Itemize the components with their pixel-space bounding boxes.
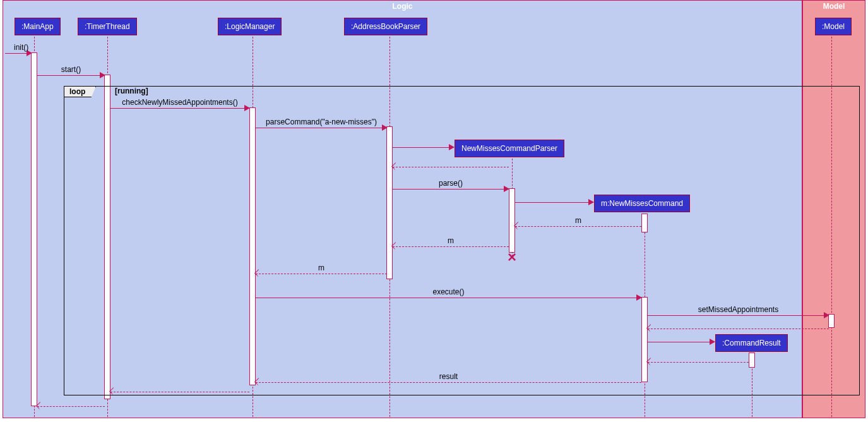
msg-return-cmdresult: [648, 354, 749, 365]
participant-timer: :TimerThread: [78, 18, 137, 35]
msg-create-cmdresult: [648, 334, 715, 344]
loop-guard: [running]: [115, 87, 148, 95]
msg-return-m1: m: [515, 219, 641, 229]
logic-frame-title: Logic: [388, 1, 418, 12]
msg-return-nmparser: [393, 159, 509, 169]
participant-abparser: :AddressBookParser: [344, 18, 427, 35]
msg-return-setmissed: [648, 321, 829, 331]
msg-create-nmcmd: [515, 195, 593, 205]
msg-return-result: result: [256, 375, 641, 385]
msg-init: init(): [5, 45, 32, 56]
msg-create-nmparser: [393, 140, 454, 150]
participant-mainapp: :MainApp: [15, 18, 61, 35]
msg-return-mainapp: [37, 399, 105, 409]
msg-execute: execute(): [256, 290, 641, 300]
msg-start: start(): [37, 68, 105, 78]
activation-mainapp: [31, 52, 37, 406]
msg-parsecmd: parseCommand("a-new-misses"): [256, 120, 387, 130]
msg-setmissed: setMissedAppointments: [648, 308, 829, 318]
msg-check: checkNewlyMissedAppointments(): [110, 100, 249, 111]
model-frame-title: Model: [818, 1, 850, 12]
msg-return-m2: m: [393, 239, 509, 249]
participant-model: :Model: [815, 18, 852, 35]
msg-return-timer: [110, 384, 249, 394]
msg-return-m3: m: [256, 266, 387, 276]
msg-parse: parse(): [393, 181, 509, 191]
participant-logicmgr: :LogicManager: [218, 18, 282, 35]
loop-label: loop: [64, 86, 96, 97]
